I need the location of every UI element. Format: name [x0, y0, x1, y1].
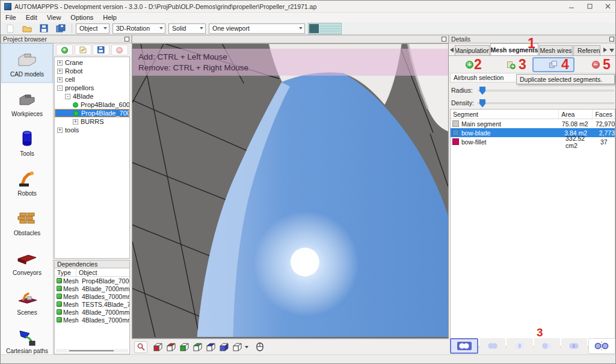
radius-slider[interactable]	[478, 90, 614, 91]
category-workpieces[interactable]: Workpieces	[1, 83, 53, 123]
col-segment[interactable]: Segment	[451, 110, 559, 119]
view-back-cube-icon[interactable]	[164, 341, 177, 353]
view-bottom-cube-icon[interactable]	[191, 341, 204, 353]
view-front-cube-icon[interactable]	[151, 341, 164, 353]
add-segment-icon[interactable]: +	[450, 57, 490, 72]
save-all-icon[interactable]	[54, 23, 68, 34]
tree-item-prop4blade-6000[interactable]: Prop4Blade_6000mm	[55, 100, 129, 109]
category-robots[interactable]: Robots	[1, 162, 53, 202]
maximize-icon[interactable]	[581, 1, 599, 12]
obstacles-icon	[15, 208, 39, 229]
expand-icon[interactable]: +	[57, 128, 63, 133]
category-cartesian-paths[interactable]: Cartesian paths	[1, 321, 53, 354]
col-object[interactable]: Object	[76, 268, 99, 276]
close-icon[interactable]	[599, 1, 616, 12]
annotation-4: 4	[561, 57, 569, 73]
menu-file[interactable]: File	[1, 13, 21, 22]
tab-reference-points[interactable]: Reference poi	[573, 45, 600, 55]
tab-scroll-right-icon[interactable]	[603, 46, 607, 54]
category-obstacles[interactable]: Obstacles	[1, 202, 53, 242]
tree-item-crane[interactable]: + Crane	[55, 58, 129, 67]
dependency-row[interactable]: Mesh4Blade_7000mm-Bow-	[55, 285, 129, 292]
col-faces[interactable]: Faces	[593, 110, 615, 119]
tab-scroll-left-icon[interactable]	[449, 45, 455, 55]
viewport-layout-combo[interactable]: One viewport	[209, 23, 305, 34]
open-folder-icon[interactable]	[20, 23, 34, 34]
dependency-row[interactable]: Mesh4Blades_7000mm_bow	[55, 316, 129, 324]
rotation-mode-combo[interactable]: 3D-Rotation	[112, 23, 165, 34]
expand-icon[interactable]: +	[57, 69, 63, 74]
view-iso-cube-icon[interactable]	[230, 341, 244, 353]
view-right-cube-icon[interactable]	[217, 341, 230, 353]
segment-select-all-icon[interactable]	[450, 338, 478, 354]
dependency-row[interactable]: MeshTESTS.4Blade_7000mm	[55, 300, 129, 308]
mesh-icon	[57, 309, 62, 315]
expand-icon[interactable]: +	[57, 77, 63, 82]
tree-item-robot[interactable]: + Robot	[55, 67, 129, 75]
viewport-3d-scene[interactable]: Add: CTRL + Left Mouse Remove: CTRL + Ri…	[132, 43, 449, 339]
segment-union-icon[interactable]	[479, 338, 505, 354]
density-slider[interactable]	[478, 102, 614, 104]
selection-mode-combo[interactable]: Object	[76, 23, 109, 34]
dependency-row[interactable]: Mesh4Blade_7000mm-Bow-	[55, 308, 129, 316]
maximize-panel-icon[interactable]	[125, 37, 129, 42]
tab-mesh-wires[interactable]: Mesh wires	[539, 45, 573, 55]
tree-item-prop4blade-7000[interactable]: Prop4Blade_7000mm	[55, 109, 129, 117]
collapse-icon[interactable]: -	[65, 94, 70, 99]
view-dropdown-icon[interactable]	[245, 346, 248, 348]
viewport-preview-thumbnail[interactable]	[308, 23, 342, 34]
view-top-cube-icon[interactable]	[177, 341, 191, 353]
expand-icon[interactable]: +	[57, 60, 63, 66]
title-bar: AUTOMAPPPS - Development version - 3.3.0…	[1, 1, 616, 13]
category-cad-models[interactable]: CAD models	[1, 43, 53, 83]
segment-color-swatch	[452, 120, 459, 127]
maximize-viewport-icon[interactable]	[442, 37, 446, 42]
tab-list-dropdown-icon[interactable]	[609, 46, 614, 54]
model-tree: + Crane + Robot + cell - propellors - 4B…	[54, 57, 130, 259]
dependencies-hscrollbar[interactable]	[56, 349, 128, 353]
category-tools[interactable]: Tools	[1, 123, 53, 162]
menu-bar: File Edit View Options Help	[1, 13, 616, 22]
density-slider-handle[interactable]	[479, 99, 485, 108]
menu-help[interactable]: Help	[98, 13, 122, 22]
save-icon[interactable]	[37, 23, 51, 34]
view-left-cube-icon[interactable]	[204, 341, 217, 353]
add-icon[interactable]: +	[56, 45, 73, 55]
new-file-icon[interactable]	[3, 23, 17, 34]
collapse-icon[interactable]: -	[57, 85, 63, 91]
zoom-fit-icon[interactable]	[134, 341, 147, 353]
radius-slider-handle[interactable]	[479, 87, 485, 95]
segment-row-bow-fillet[interactable]: bow-fillet 332.52 cm2 37	[451, 137, 615, 146]
mouse-settings-icon[interactable]	[253, 341, 266, 353]
menu-view[interactable]: View	[42, 13, 66, 22]
tree-item-propellors[interactable]: - propellors	[55, 84, 129, 92]
render-mode-combo[interactable]: Solid	[168, 23, 206, 34]
segment-overlap-icon[interactable]	[561, 338, 587, 354]
import-icon[interactable]	[75, 45, 91, 55]
category-scenes[interactable]: Scenes	[1, 282, 53, 321]
annotation-1: 1	[528, 35, 535, 52]
dependency-row[interactable]: MeshProp4Blade_7000mm	[55, 277, 129, 285]
hint-line-1: Add: CTRL + Left Mouse	[138, 52, 227, 61]
category-conveyors[interactable]: Conveyors	[1, 242, 53, 282]
segment-split-icon[interactable]	[588, 338, 615, 354]
menu-edit[interactable]: Edit	[21, 13, 42, 22]
col-area[interactable]: Area	[559, 110, 593, 119]
tree-item-tools[interactable]: + tools	[55, 126, 129, 134]
tree-item-cell[interactable]: + cell	[55, 75, 129, 84]
remove-icon[interactable]: −	[111, 45, 128, 55]
tab-manipulation[interactable]: Manipulation	[455, 45, 490, 55]
save-icon[interactable]	[93, 45, 109, 55]
segment-subtract-icon[interactable]	[534, 338, 560, 354]
tree-item-4blade[interactable]: - 4Blade	[55, 92, 129, 100]
menu-options[interactable]: Options	[66, 13, 98, 22]
minimize-icon[interactable]	[562, 1, 581, 12]
dependency-row[interactable]: Mesh4Blades_7000mm_bow	[55, 292, 129, 300]
col-type[interactable]: Type	[55, 268, 76, 276]
radius-slider-row: Radius:	[451, 85, 614, 95]
segment-intersect-icon[interactable]	[507, 338, 532, 354]
expand-icon[interactable]: +	[73, 119, 78, 125]
conveyors-icon	[15, 248, 39, 268]
segment-row-main[interactable]: Main segment 75.08 m2 72,970	[451, 119, 615, 128]
tree-item-burrs[interactable]: + BURRS	[55, 117, 129, 126]
